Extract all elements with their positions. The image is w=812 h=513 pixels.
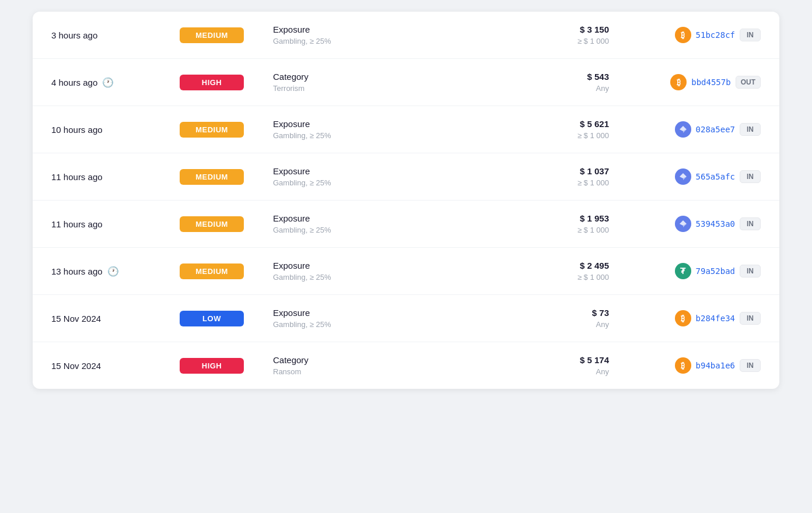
col-address: ₿b94ba1e6IN (609, 357, 761, 374)
col-time: 15 Nov 2024 (51, 361, 180, 371)
amount-threshold: Any (596, 84, 609, 93)
time-label: 11 hours ago (51, 172, 103, 182)
amount-threshold: ≥ $ 1 000 (578, 37, 609, 45)
category-label: Exposure (273, 24, 516, 34)
col-amount: $ 2 495≥ $ 1 000 (516, 261, 609, 282)
col-address: 565a5afcIN (609, 168, 761, 185)
col-badge: HIGH (180, 358, 273, 374)
category-label: Exposure (273, 261, 516, 270)
category-sub: Gambling, ≥ 25% (273, 178, 516, 187)
col-time: 15 Nov 2024 (51, 314, 180, 324)
category-sub: Gambling, ≥ 25% (273, 37, 516, 45)
col-time: 4 hours ago🕐 (51, 77, 180, 88)
category-sub: Ransom (273, 367, 516, 376)
severity-badge: MEDIUM (180, 27, 244, 43)
address-text[interactable]: 79a52bad (696, 266, 735, 276)
category-label: Exposure (273, 308, 516, 318)
direction-badge: IN (740, 359, 761, 372)
col-category: ExposureGambling, ≥ 25% (273, 24, 516, 45)
col-amount: $ 5 621≥ $ 1 000 (516, 119, 609, 140)
address-text[interactable]: bbd4557b (691, 78, 730, 87)
table-row[interactable]: 13 hours ago🕐MEDIUMExposureGambling, ≥ 2… (33, 248, 779, 295)
time-label: 11 hours ago (51, 219, 103, 229)
usdt-icon: ₮ (675, 263, 691, 279)
amount-threshold: ≥ $ 1 000 (578, 131, 609, 140)
col-address: 028a5ee7IN (609, 121, 761, 138)
clock-icon: 🕐 (102, 77, 114, 88)
amount-threshold: ≥ $ 1 000 (578, 178, 609, 187)
amount-threshold: ≥ $ 1 000 (578, 226, 609, 234)
address-text[interactable]: b94ba1e6 (696, 361, 735, 370)
eth-icon (675, 121, 691, 138)
table-row[interactable]: 11 hours agoMEDIUMExposureGambling, ≥ 25… (33, 153, 779, 201)
btc-icon: ₿ (675, 357, 691, 374)
table-row[interactable]: 4 hours ago🕐HIGHCategoryTerrorism$ 543An… (33, 59, 779, 106)
col-badge: MEDIUM (180, 27, 273, 43)
col-category: ExposureGambling, ≥ 25% (273, 166, 516, 187)
address-text[interactable]: 51bc28cf (696, 30, 735, 40)
severity-badge: HIGH (180, 75, 244, 90)
col-category: ExposureGambling, ≥ 25% (273, 119, 516, 140)
category-sub: Terrorism (273, 84, 516, 93)
col-category: ExposureGambling, ≥ 25% (273, 308, 516, 329)
col-address: 539453a0IN (609, 216, 761, 232)
col-category: CategoryTerrorism (273, 72, 516, 93)
time-label: 3 hours ago (51, 30, 97, 40)
col-amount: $ 73Any (516, 308, 609, 329)
address-text[interactable]: 565a5afc (696, 172, 735, 181)
amount-threshold: Any (596, 320, 609, 329)
category-sub: Gambling, ≥ 25% (273, 131, 516, 140)
category-label: Exposure (273, 119, 516, 129)
direction-badge: OUT (736, 76, 761, 89)
col-badge: MEDIUM (180, 122, 273, 138)
amount-value: $ 5 174 (580, 355, 609, 365)
amount-value: $ 543 (587, 72, 609, 82)
address-text[interactable]: b284fe34 (696, 314, 735, 323)
btc-icon: ₿ (670, 74, 687, 90)
category-label: Exposure (273, 213, 516, 223)
amount-value: $ 5 621 (580, 119, 609, 129)
col-address: ₮79a52badIN (609, 263, 761, 279)
col-address: ₿b284fe34IN (609, 310, 761, 326)
severity-badge: MEDIUM (180, 169, 244, 185)
severity-badge: LOW (180, 311, 244, 326)
time-label: 15 Nov 2024 (51, 314, 101, 324)
direction-badge: IN (740, 29, 761, 41)
alerts-table: 3 hours agoMEDIUMExposureGambling, ≥ 25%… (33, 12, 779, 389)
time-label: 4 hours ago (51, 78, 97, 87)
table-row[interactable]: 10 hours agoMEDIUMExposureGambling, ≥ 25… (33, 106, 779, 153)
col-category: CategoryRansom (273, 355, 516, 376)
col-badge: MEDIUM (180, 216, 273, 232)
amount-threshold: Any (596, 367, 609, 376)
amount-value: $ 3 150 (580, 24, 609, 34)
severity-badge: MEDIUM (180, 263, 244, 279)
col-time: 3 hours ago (51, 30, 180, 40)
category-sub: Gambling, ≥ 25% (273, 226, 516, 234)
table-row[interactable]: 15 Nov 2024LOWExposureGambling, ≥ 25%$ 7… (33, 295, 779, 342)
address-text[interactable]: 028a5ee7 (696, 125, 735, 134)
col-badge: MEDIUM (180, 169, 273, 185)
amount-value: $ 1 953 (580, 213, 609, 223)
btc-icon: ₿ (675, 310, 691, 326)
severity-badge: MEDIUM (180, 122, 244, 138)
col-time: 11 hours ago (51, 172, 180, 182)
time-label: 15 Nov 2024 (51, 361, 101, 371)
col-badge: MEDIUM (180, 263, 273, 279)
eth-icon (675, 216, 691, 232)
eth-icon (675, 168, 691, 185)
direction-badge: IN (740, 265, 761, 277)
col-badge: HIGH (180, 75, 273, 90)
address-text[interactable]: 539453a0 (696, 219, 735, 229)
direction-badge: IN (740, 170, 761, 183)
category-sub: Gambling, ≥ 25% (273, 320, 516, 329)
clock-icon: 🕐 (107, 266, 119, 277)
category-label: Exposure (273, 166, 516, 176)
btc-icon: ₿ (675, 27, 691, 43)
table-row[interactable]: 11 hours agoMEDIUMExposureGambling, ≥ 25… (33, 201, 779, 248)
category-label: Category (273, 355, 516, 365)
amount-threshold: ≥ $ 1 000 (578, 273, 609, 282)
table-row[interactable]: 3 hours agoMEDIUMExposureGambling, ≥ 25%… (33, 12, 779, 59)
time-label: 13 hours ago (51, 266, 103, 276)
table-row[interactable]: 15 Nov 2024HIGHCategoryRansom$ 5 174Any₿… (33, 342, 779, 389)
direction-badge: IN (740, 123, 761, 136)
